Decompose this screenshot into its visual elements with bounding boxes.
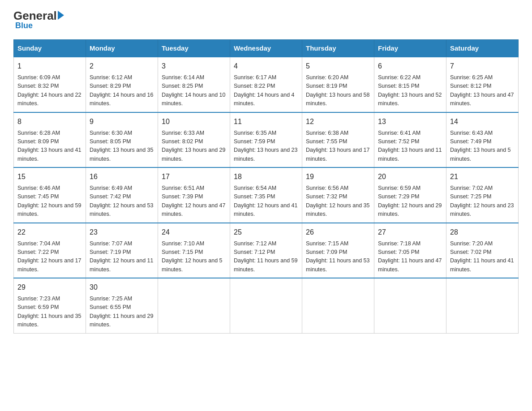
table-row: 7Sunrise: 6:25 AMSunset: 8:12 PMDaylight… [446, 57, 519, 112]
day-info: Sunrise: 6:49 AMSunset: 7:42 PMDaylight:… [90, 184, 154, 219]
table-row: 24Sunrise: 7:10 AMSunset: 7:15 PMDayligh… [158, 223, 230, 278]
day-info: Sunrise: 7:12 AMSunset: 7:12 PMDaylight:… [234, 240, 298, 274]
day-info: Sunrise: 6:38 AMSunset: 7:55 PMDaylight:… [306, 129, 370, 164]
day-number: 25 [234, 227, 298, 238]
col-wednesday: Wednesday [230, 40, 302, 57]
day-info: Sunrise: 7:04 AMSunset: 7:22 PMDaylight:… [17, 240, 82, 274]
calendar-week-row: 8Sunrise: 6:28 AMSunset: 8:09 PMDaylight… [14, 112, 519, 168]
table-row: 16Sunrise: 6:49 AMSunset: 7:42 PMDayligh… [86, 167, 158, 223]
table-row [446, 278, 519, 333]
day-number: 21 [450, 171, 515, 182]
calendar-table: Sunday Monday Tuesday Wednesday Thursday… [13, 39, 519, 334]
table-row: 9Sunrise: 6:30 AMSunset: 8:05 PMDaylight… [86, 112, 158, 168]
table-row: 6Sunrise: 6:22 AMSunset: 8:15 PMDaylight… [374, 57, 446, 112]
day-info: Sunrise: 6:35 AMSunset: 7:59 PMDaylight:… [234, 129, 298, 164]
day-number: 18 [234, 171, 298, 182]
table-row: 3Sunrise: 6:14 AMSunset: 8:25 PMDaylight… [158, 57, 230, 112]
table-row: 29Sunrise: 7:23 AMSunset: 6:59 PMDayligh… [14, 278, 86, 333]
day-number: 8 [17, 116, 82, 127]
logo-blue: Blue [15, 21, 33, 30]
day-info: Sunrise: 7:25 AMSunset: 6:55 PMDaylight:… [90, 295, 154, 330]
day-info: Sunrise: 7:10 AMSunset: 7:15 PMDaylight:… [162, 240, 226, 274]
table-row: 8Sunrise: 6:28 AMSunset: 8:09 PMDaylight… [14, 112, 86, 168]
table-row: 1Sunrise: 6:09 AMSunset: 8:32 PMDaylight… [14, 57, 86, 112]
day-number: 2 [90, 61, 154, 72]
day-info: Sunrise: 6:43 AMSunset: 7:49 PMDaylight:… [450, 129, 515, 164]
day-info: Sunrise: 6:17 AMSunset: 8:22 PMDaylight:… [234, 73, 298, 108]
day-info: Sunrise: 7:15 AMSunset: 7:09 PMDaylight:… [306, 240, 370, 274]
day-info: Sunrise: 6:09 AMSunset: 8:32 PMDaylight:… [17, 73, 82, 108]
col-monday: Monday [86, 40, 158, 57]
calendar-week-row: 1Sunrise: 6:09 AMSunset: 8:32 PMDaylight… [14, 57, 519, 112]
day-number: 22 [17, 227, 82, 238]
page-header: General Blue [13, 9, 519, 30]
table-row: 20Sunrise: 6:59 AMSunset: 7:29 PMDayligh… [374, 167, 446, 223]
table-row: 10Sunrise: 6:33 AMSunset: 8:02 PMDayligh… [158, 112, 230, 168]
col-thursday: Thursday [302, 40, 374, 57]
calendar-week-row: 15Sunrise: 6:46 AMSunset: 7:45 PMDayligh… [14, 167, 519, 223]
day-info: Sunrise: 7:07 AMSunset: 7:19 PMDaylight:… [90, 240, 154, 274]
day-number: 6 [378, 61, 442, 72]
calendar-week-row: 29Sunrise: 7:23 AMSunset: 6:59 PMDayligh… [14, 278, 519, 333]
day-number: 9 [90, 116, 154, 127]
day-info: Sunrise: 6:54 AMSunset: 7:35 PMDaylight:… [234, 184, 298, 219]
day-number: 16 [90, 171, 154, 182]
day-number: 15 [17, 171, 82, 182]
calendar-header-row: Sunday Monday Tuesday Wednesday Thursday… [14, 40, 519, 57]
table-row [158, 278, 230, 333]
col-sunday: Sunday [14, 40, 86, 57]
day-number: 23 [90, 227, 154, 238]
day-number: 13 [378, 116, 442, 127]
calendar-week-row: 22Sunrise: 7:04 AMSunset: 7:22 PMDayligh… [14, 223, 519, 278]
table-row: 25Sunrise: 7:12 AMSunset: 7:12 PMDayligh… [230, 223, 302, 278]
table-row: 13Sunrise: 6:41 AMSunset: 7:52 PMDayligh… [374, 112, 446, 168]
day-info: Sunrise: 7:23 AMSunset: 6:59 PMDaylight:… [17, 295, 82, 330]
day-number: 4 [234, 61, 298, 72]
day-number: 11 [234, 116, 298, 127]
day-info: Sunrise: 6:33 AMSunset: 8:02 PMDaylight:… [162, 129, 226, 164]
day-info: Sunrise: 6:30 AMSunset: 8:05 PMDaylight:… [90, 129, 154, 164]
table-row: 14Sunrise: 6:43 AMSunset: 7:49 PMDayligh… [446, 112, 519, 168]
day-number: 14 [450, 116, 515, 127]
day-number: 12 [306, 116, 370, 127]
table-row [230, 278, 302, 333]
table-row: 22Sunrise: 7:04 AMSunset: 7:22 PMDayligh… [14, 223, 86, 278]
day-number: 24 [162, 227, 226, 238]
day-info: Sunrise: 6:56 AMSunset: 7:32 PMDaylight:… [306, 184, 370, 219]
table-row: 4Sunrise: 6:17 AMSunset: 8:22 PMDaylight… [230, 57, 302, 112]
day-info: Sunrise: 6:25 AMSunset: 8:12 PMDaylight:… [450, 73, 515, 108]
table-row: 15Sunrise: 6:46 AMSunset: 7:45 PMDayligh… [14, 167, 86, 223]
col-saturday: Saturday [446, 40, 519, 57]
day-info: Sunrise: 7:20 AMSunset: 7:02 PMDaylight:… [450, 240, 515, 274]
table-row: 26Sunrise: 7:15 AMSunset: 7:09 PMDayligh… [302, 223, 374, 278]
day-info: Sunrise: 6:41 AMSunset: 7:52 PMDaylight:… [378, 129, 442, 164]
day-number: 20 [378, 171, 442, 182]
table-row: 5Sunrise: 6:20 AMSunset: 8:19 PMDaylight… [302, 57, 374, 112]
day-number: 27 [378, 227, 442, 238]
day-number: 26 [306, 227, 370, 238]
day-info: Sunrise: 6:51 AMSunset: 7:39 PMDaylight:… [162, 184, 226, 219]
day-info: Sunrise: 6:12 AMSunset: 8:29 PMDaylight:… [90, 73, 154, 108]
table-row: 18Sunrise: 6:54 AMSunset: 7:35 PMDayligh… [230, 167, 302, 223]
day-number: 5 [306, 61, 370, 72]
day-info: Sunrise: 7:02 AMSunset: 7:25 PMDaylight:… [450, 184, 515, 219]
day-info: Sunrise: 6:22 AMSunset: 8:15 PMDaylight:… [378, 73, 442, 108]
day-number: 19 [306, 171, 370, 182]
day-number: 30 [90, 282, 154, 293]
table-row: 23Sunrise: 7:07 AMSunset: 7:19 PMDayligh… [86, 223, 158, 278]
table-row: 11Sunrise: 6:35 AMSunset: 7:59 PMDayligh… [230, 112, 302, 168]
day-info: Sunrise: 6:14 AMSunset: 8:25 PMDaylight:… [162, 73, 226, 108]
day-number: 7 [450, 61, 515, 72]
table-row: 19Sunrise: 6:56 AMSunset: 7:32 PMDayligh… [302, 167, 374, 223]
day-number: 3 [162, 61, 226, 72]
logo-triangle-icon [58, 11, 64, 20]
table-row [302, 278, 374, 333]
day-number: 28 [450, 227, 515, 238]
table-row: 21Sunrise: 7:02 AMSunset: 7:25 PMDayligh… [446, 167, 519, 223]
logo: General Blue [13, 9, 64, 30]
table-row: 17Sunrise: 6:51 AMSunset: 7:39 PMDayligh… [158, 167, 230, 223]
day-info: Sunrise: 6:28 AMSunset: 8:09 PMDaylight:… [17, 129, 82, 164]
table-row [374, 278, 446, 333]
table-row: 30Sunrise: 7:25 AMSunset: 6:55 PMDayligh… [86, 278, 158, 333]
col-tuesday: Tuesday [158, 40, 230, 57]
